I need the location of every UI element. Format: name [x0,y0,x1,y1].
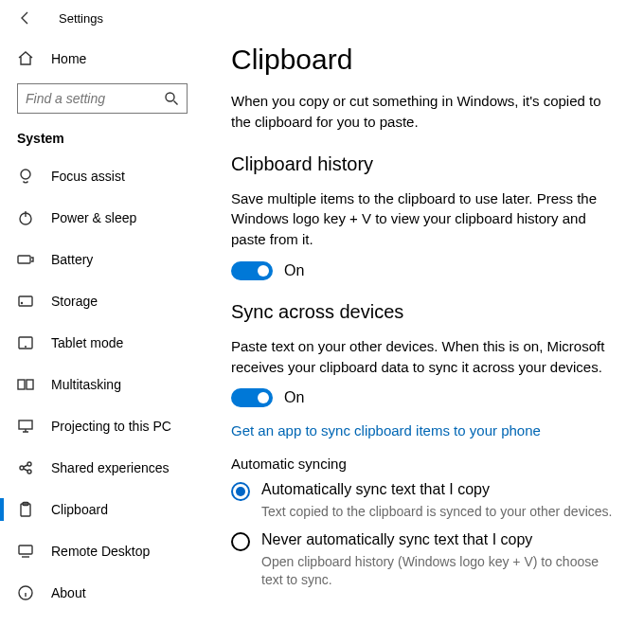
svg-rect-6 [18,380,25,389]
nav-icon [17,168,34,185]
sync-heading: Sync across devices [231,301,617,323]
svg-rect-3 [19,296,32,306]
svg-rect-7 [27,380,33,389]
search-input[interactable] [17,83,188,114]
window-title: Settings [59,11,103,26]
nav-icon [17,293,34,310]
history-toggle[interactable] [231,261,273,280]
sidebar-group-system: System [0,127,205,155]
nav-label: About [51,585,86,600]
sync-app-link[interactable]: Get an app to sync clipboard items to yo… [231,422,541,438]
sidebar-item-multitasking[interactable]: Multitasking [0,364,205,405]
svg-point-4 [22,303,23,304]
home-icon [17,50,34,67]
sidebar: Home System Focus assistPower & sleepBat… [0,30,205,644]
history-heading: Clipboard history [231,153,617,175]
sidebar-item-projecting-to-this-pc[interactable]: Projecting to this PC [0,405,205,447]
radio-auto-sync-sub: Text copied to the clipboard is synced t… [261,503,617,522]
svg-point-10 [27,462,31,466]
sidebar-item-clipboard[interactable]: Clipboard [0,489,205,530]
nav-label: Power & sleep [51,210,136,225]
page-title: Clipboard [231,44,617,76]
sync-desc: Paste text on your other devices. When t… [231,336,617,378]
nav-label: Storage [51,294,98,309]
radio-never-sync-sub: Open clipboard history (Windows logo key… [261,553,617,590]
nav-label: Shared experiences [51,460,170,475]
nav-icon [17,543,34,560]
sidebar-item-shared-experiences[interactable]: Shared experiences [0,447,205,489]
radio-icon [231,482,250,501]
nav-label: Focus assist [51,169,125,184]
svg-rect-8 [19,420,32,429]
nav-icon [17,459,34,476]
nav-icon [17,209,34,226]
nav-label: Multitasking [51,377,121,392]
intro-text: When you copy or cut something in Window… [231,91,617,133]
svg-point-9 [20,466,24,470]
auto-sync-heading: Automatic syncing [231,456,617,472]
sidebar-item-about[interactable]: About [0,572,205,614]
nav-icon [17,501,34,518]
nav-label: Tablet mode [51,335,123,350]
sync-toggle[interactable] [231,388,273,407]
sidebar-item-storage[interactable]: Storage [0,280,205,322]
radio-never-sync[interactable]: Never automatically sync text that I cop… [231,531,617,551]
nav-icon [17,251,34,268]
nav-label: Projecting to this PC [51,419,171,434]
history-toggle-label: On [284,262,304,279]
sync-toggle-label: On [284,389,304,406]
nav-icon [17,418,34,435]
main-content: Clipboard When you copy or cut something… [205,30,644,644]
radio-label: Automatically sync text that I copy [261,481,490,498]
radio-icon [231,532,250,551]
sidebar-item-focus-assist[interactable]: Focus assist [0,155,205,197]
back-icon[interactable] [17,9,34,27]
nav-icon [17,584,34,601]
sidebar-item-remote-desktop[interactable]: Remote Desktop [0,530,205,572]
svg-rect-2 [18,256,30,263]
svg-point-11 [27,470,31,474]
nav-label: Clipboard [51,502,108,517]
nav-icon [17,376,34,393]
nav-label: Battery [51,252,93,267]
history-desc: Save multiple items to the clipboard to … [231,188,617,250]
sidebar-item-power-sleep[interactable]: Power & sleep [0,197,205,239]
sidebar-item-battery[interactable]: Battery [0,239,205,280]
radio-auto-sync[interactable]: Automatically sync text that I copy [231,481,617,501]
sidebar-item-home[interactable]: Home [0,38,205,80]
nav-icon [17,334,34,351]
nav-label: Remote Desktop [51,544,150,559]
radio-label: Never automatically sync text that I cop… [261,531,532,548]
home-label: Home [51,51,86,66]
svg-rect-14 [19,546,32,554]
sidebar-item-tablet-mode[interactable]: Tablet mode [0,322,205,364]
